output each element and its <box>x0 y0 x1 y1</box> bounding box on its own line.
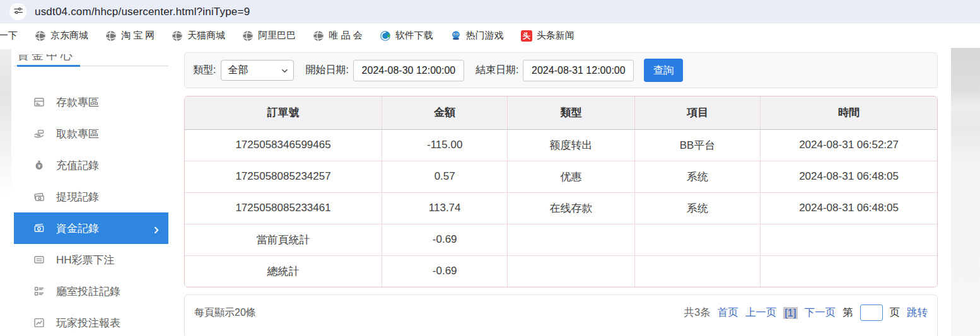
filter-panel: 類型: 全部 開始日期: 結束日期: 查詢 <box>184 52 938 88</box>
table-cell: 總統計 <box>185 255 382 287</box>
column-header: 項目 <box>634 96 760 129</box>
sidebar-item-label: 玩家投注報表 <box>56 316 120 330</box>
table-cell: 2024-08-31 06:52:27 <box>761 129 937 161</box>
sidebar-item-玩家投注報表[interactable]: 玩家投注報表 <box>14 307 168 336</box>
start-date-input[interactable] <box>353 60 464 81</box>
table-header-row: 訂單號金額類型項目時間 <box>185 96 937 129</box>
jump-link[interactable]: 跳转 <box>907 306 928 320</box>
records-table: 訂單號金額類型項目時間 1725058346599465-115.00额度转出B… <box>185 96 937 287</box>
table-row: 17250580852342570.57优惠系统2024-08-31 06:48… <box>185 161 937 192</box>
table-cell: 额度转出 <box>508 129 635 161</box>
table-cell <box>634 224 760 255</box>
toutiao-favicon: 头 <box>521 30 532 42</box>
column-header: 金額 <box>382 96 508 129</box>
bookmark-label: 天猫商城 <box>187 30 225 42</box>
total-count-text: 共3条 <box>684 306 710 320</box>
bookmark-item[interactable]: 唯 品 会 <box>313 30 362 42</box>
sidebar-item-資金記錄[interactable]: 資金記錄 <box>14 212 168 244</box>
sidebar-item-提現記錄[interactable]: 提現記錄 <box>14 181 168 212</box>
bookmark-label: 头条新闻 <box>537 30 575 42</box>
tune-sliders-icon <box>13 6 23 18</box>
jump-suffix-text: 页 <box>890 306 901 320</box>
chevron-right-icon <box>153 224 160 232</box>
bookmark-item[interactable]: 淘 宝 网 <box>105 30 155 42</box>
sidebar-item-label: 存款專區 <box>56 95 99 110</box>
bookmark-item[interactable]: 京东商城 <box>35 30 88 42</box>
sidebar-item-label: HH彩票下注 <box>56 253 115 267</box>
globe-favicon-icon <box>35 30 46 42</box>
per-page-text: 每頁顯示20條 <box>194 306 256 320</box>
first-page-link[interactable]: 首页 <box>718 306 738 320</box>
sidebar-header-clipped: 資金中心 <box>14 54 168 61</box>
game-favicon-icon <box>450 30 462 42</box>
globe-favicon-icon <box>313 30 324 42</box>
table-cell: 當前頁統計 <box>185 224 382 255</box>
table-cell <box>634 255 760 287</box>
bookmark-item[interactable]: 软件下载 <box>380 30 433 42</box>
current-page-indicator[interactable]: [1] <box>783 307 797 319</box>
table-cell: 优惠 <box>508 161 635 192</box>
page-body: 資金中心 存款專區取款專區¥充值記錄提現記錄資金記錄HH彩票下注廳室投註記錄玩家… <box>0 48 980 336</box>
table-cell: -0.69 <box>382 224 508 255</box>
bookmark-label: 京东商城 <box>50 30 88 42</box>
bookmark-label: 淘 宝 网 <box>121 30 155 42</box>
globe-favicon-icon <box>105 30 117 42</box>
bookmarks-bar: 一下京东商城淘 宝 网天猫商城阿里巴巴唯 品 会软件下载热门游戏头头条新闻 <box>0 23 980 48</box>
left-background-texture <box>0 49 11 194</box>
url-text[interactable]: usdt04.com/hhcp/usercenter.html?iniType=… <box>35 6 250 18</box>
column-header: 訂單號 <box>185 96 382 129</box>
bookmark-label: 阿里巴巴 <box>258 30 296 42</box>
software-favicon-icon <box>380 30 391 42</box>
sidebar-item-取款專區[interactable]: 取款專區 <box>14 118 168 149</box>
right-background-texture <box>951 48 980 336</box>
bookmark-item[interactable]: 热门游戏 <box>450 30 504 42</box>
table-cell: 2024-08-31 06:48:05 <box>761 161 937 192</box>
table-cell <box>761 224 937 255</box>
table-cell: 1725058085233461 <box>185 192 382 224</box>
sidebar-item-充值記錄[interactable]: ¥充值記錄 <box>14 149 168 181</box>
start-date-label: 開始日期: <box>305 64 348 77</box>
bookmark-item[interactable]: 天猫商城 <box>172 30 225 42</box>
pagination-panel: 每頁顯示20條 共3条 首页 上一页 [1] 下一页 第 页 跳转 <box>184 294 938 336</box>
prev-page-link[interactable]: 上一页 <box>745 306 777 320</box>
cash-note-icon <box>33 190 45 203</box>
end-date-input[interactable] <box>523 60 634 81</box>
main-content: 類型: 全部 開始日期: 結束日期: 查詢 <box>184 52 938 336</box>
deposit-card-icon <box>33 96 45 108</box>
withdraw-hand-icon <box>33 127 45 140</box>
records-table-panel: 訂單號金額類型項目時間 1725058346599465-115.00额度转出B… <box>184 96 938 287</box>
end-date-label: 結束日期: <box>475 64 518 77</box>
table-body: 1725058346599465-115.00额度转出BB平台2024-08-3… <box>185 129 937 287</box>
page-jump-input[interactable] <box>860 304 883 321</box>
next-page-link[interactable]: 下一页 <box>805 306 836 320</box>
bookmark-item[interactable]: 头头条新闻 <box>521 30 575 42</box>
table-cell: 0.57 <box>382 161 508 192</box>
table-cell: 在线存款 <box>508 192 635 224</box>
table-cell: 1725058085234257 <box>185 161 382 192</box>
type-label: 類型: <box>193 64 216 77</box>
screen: usdt04.com/hhcp/usercenter.html?iniType=… <box>0 0 980 336</box>
sidebar-item-label: 廳室投註記錄 <box>56 284 120 299</box>
table-row: 總統計-0.69 <box>185 255 937 287</box>
site-settings-button[interactable] <box>9 3 26 20</box>
sidebar-item-存款專區[interactable]: 存款專區 <box>14 86 168 118</box>
sidebar-item-label: 提現記錄 <box>56 190 99 204</box>
table-row: 1725058346599465-115.00额度转出BB平台2024-08-3… <box>185 129 937 161</box>
table-cell: 2024-08-31 06:48:05 <box>761 192 937 224</box>
table-cell: 1725058346599465 <box>185 129 382 161</box>
jump-prefix-text: 第 <box>843 306 853 320</box>
bookmark-label: 热门游戏 <box>466 30 504 42</box>
bookmark-item[interactable]: 阿里巴巴 <box>242 30 296 42</box>
table-cell <box>508 224 635 255</box>
table-cell: 系统 <box>634 192 760 224</box>
table-cell: -0.69 <box>382 255 508 287</box>
browser-address-bar[interactable]: usdt04.com/hhcp/usercenter.html?iniType=… <box>0 0 980 23</box>
sidebar-item-HH彩票下注[interactable]: HH彩票下注 <box>14 244 168 275</box>
bookmark-label: 一下 <box>0 30 18 42</box>
query-button[interactable]: 查詢 <box>644 59 683 82</box>
bookmark-item[interactable]: 一下 <box>0 30 18 42</box>
table-row: 當前頁統計-0.69 <box>185 224 937 255</box>
sidebar-item-廳室投註記錄[interactable]: 廳室投註記錄 <box>14 275 168 307</box>
type-select[interactable]: 全部 <box>221 60 294 81</box>
table-row: 1725058085233461113.74在线存款系统2024-08-31 0… <box>185 192 937 224</box>
